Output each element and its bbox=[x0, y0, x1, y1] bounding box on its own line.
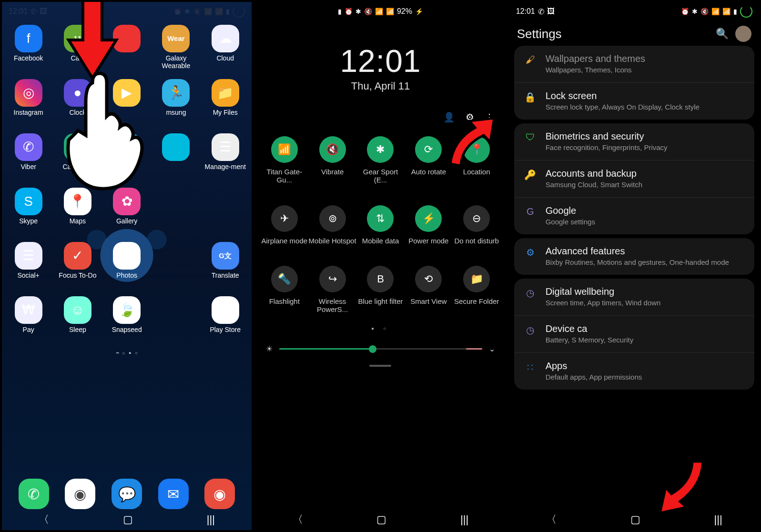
app-item[interactable]: ✆Viber bbox=[5, 133, 52, 179]
brightness-track[interactable] bbox=[279, 348, 482, 350]
app-item[interactable]: ₩Pay bbox=[5, 296, 52, 342]
qs-pager[interactable]: ● ○ bbox=[255, 326, 505, 331]
brightness-slider[interactable]: ☀ ⌄ bbox=[255, 331, 505, 353]
back-button[interactable]: 〈 bbox=[293, 512, 303, 527]
qs-toggle[interactable]: 📁Secure Folder bbox=[453, 266, 501, 314]
recent-button[interactable]: ||| bbox=[714, 513, 722, 526]
app-item[interactable]: ☺Sleep bbox=[54, 296, 101, 342]
user-icon[interactable]: 👤 bbox=[443, 111, 455, 123]
app-item[interactable]: 🏃msung bbox=[152, 79, 200, 125]
settings-gear-icon[interactable]: ⚙ bbox=[466, 111, 474, 123]
settings-row[interactable]: ⚙Advanced featuresBixby Routines, Motion… bbox=[514, 238, 754, 275]
settings-row[interactable]: 🔒Lock screenScreen lock type, Always On … bbox=[514, 82, 754, 120]
qs-toggle[interactable]: 📶Titan Gate-Gu... bbox=[260, 136, 308, 184]
app-item[interactable]: ▶Play Store bbox=[202, 296, 249, 342]
app-item[interactable]: G文Translate bbox=[202, 242, 249, 288]
back-button[interactable]: 〈 bbox=[39, 512, 49, 527]
app-icon: ◎ bbox=[15, 79, 42, 107]
recent-button[interactable]: ||| bbox=[207, 513, 215, 526]
home-button[interactable]: ▢ bbox=[376, 513, 386, 526]
qs-toggle[interactable]: 🔇Vibrate bbox=[308, 136, 356, 184]
home-button[interactable]: ▢ bbox=[630, 513, 640, 526]
settings-row[interactable]: 🖌Wallpapers and themesWallpapers, Themes… bbox=[514, 46, 754, 82]
settings-row[interactable]: 🛡Biometrics and securityFace recognition… bbox=[514, 123, 754, 160]
app-item[interactable] bbox=[152, 133, 200, 179]
qs-toggle[interactable]: ⇅Mobile data bbox=[356, 205, 405, 245]
qs-toggle-label: Smart View bbox=[405, 297, 453, 305]
app-item[interactable]: ●Clock bbox=[54, 79, 101, 125]
qs-clock: 12:01 Thu, April 11 bbox=[255, 43, 505, 92]
qs-toggle-icon: ⊚ bbox=[319, 205, 346, 232]
profile-avatar[interactable] bbox=[735, 26, 751, 42]
arrow-to-apps-overlay bbox=[649, 459, 707, 516]
more-menu-icon[interactable]: ⋮ bbox=[485, 111, 494, 123]
dock-app[interactable]: 💬 bbox=[112, 479, 142, 509]
app-item[interactable]: ✦Photos bbox=[103, 242, 151, 288]
settings-header: Settings 🔍 bbox=[509, 21, 759, 48]
app-item[interactable]: ±Calculator bbox=[54, 133, 101, 179]
app-item[interactable]: 🍃Snapseed bbox=[103, 296, 151, 342]
settings-row[interactable]: GGoogleGoogle settings bbox=[514, 197, 754, 234]
settings-row-subtitle: Screen lock type, Always On Display, Clo… bbox=[546, 103, 700, 111]
brightness-thumb[interactable] bbox=[369, 345, 376, 353]
search-icon[interactable]: 🔍 bbox=[716, 28, 729, 40]
dock-app[interactable]: ◉ bbox=[65, 479, 95, 509]
app-item[interactable]: ☰Manage-ment bbox=[202, 133, 249, 179]
recent-button[interactable]: ||| bbox=[460, 513, 468, 526]
page-indicator[interactable]: ━ ⌂ ● ○ bbox=[2, 351, 252, 355]
settings-row-title: Accounts and backup bbox=[546, 168, 642, 179]
qs-toggle-icon: 📍 bbox=[463, 136, 490, 163]
brightness-expand-icon[interactable]: ⌄ bbox=[489, 344, 495, 353]
qs-toggle-label: Vibrate bbox=[308, 168, 356, 176]
settings-row[interactable]: ◷Digital wellbeingScreen time, App timer… bbox=[514, 279, 754, 315]
dock-app[interactable]: ◉ bbox=[204, 479, 235, 509]
qs-toggle[interactable]: ⊚Mobile Hotspot bbox=[308, 205, 356, 245]
app-icon: 🍃 bbox=[113, 296, 141, 324]
qs-toggle[interactable]: ⟳Auto rotate bbox=[405, 136, 453, 184]
qs-toggle[interactable]: 🔦Flashlight bbox=[260, 266, 308, 314]
dock-app[interactable]: ✆ bbox=[19, 479, 49, 509]
app-item[interactable]: SSkype bbox=[5, 188, 52, 233]
app-item[interactable]: ☁Cloud bbox=[202, 25, 249, 70]
app-item[interactable]: ☰Social+ bbox=[5, 242, 52, 288]
panel-handle[interactable] bbox=[369, 365, 391, 367]
app-item[interactable]: 📍Maps bbox=[54, 188, 101, 233]
settings-group: ⚙Advanced featuresBixby Routines, Motion… bbox=[514, 238, 754, 275]
alarm-icon: ⏰ bbox=[345, 8, 353, 15]
settings-row[interactable]: 🔑Accounts and backupSamsung Cloud, Smart… bbox=[514, 160, 754, 197]
app-item[interactable]: WearGalaxy Wearable bbox=[152, 25, 200, 70]
qs-toggle[interactable]: ↪Wireless PowerS... bbox=[308, 266, 356, 314]
app-item[interactable]: 11Cale bbox=[54, 25, 101, 70]
qs-toggle-label: Titan Gate-Gu... bbox=[260, 168, 308, 184]
app-item[interactable] bbox=[103, 133, 151, 179]
app-item[interactable]: fFacebook bbox=[5, 25, 52, 70]
qs-toggle[interactable]: BBlue light filter bbox=[356, 266, 405, 314]
app-grid[interactable]: fFacebook11CaleWearGalaxy Wearable☁Cloud… bbox=[2, 21, 252, 342]
app-label: Gallery bbox=[116, 217, 137, 233]
qs-toggle[interactable]: ✈Airplane mode bbox=[260, 205, 308, 245]
settings-row[interactable]: ∷AppsDefault apps, App permissions bbox=[514, 352, 754, 390]
qs-toggle[interactable]: ✱Gear Sport (E... bbox=[356, 136, 405, 184]
qs-toggle[interactable]: ⊖Do not disturb bbox=[453, 205, 501, 245]
qs-toggle[interactable]: 📍Location bbox=[453, 136, 501, 184]
app-item[interactable]: ✿Gallery bbox=[103, 188, 151, 233]
settings-row-subtitle: Face recognition, Fingerprints, Privacy bbox=[546, 143, 668, 151]
back-button[interactable]: 〈 bbox=[546, 512, 557, 527]
app-item[interactable]: 📁My Files bbox=[202, 79, 249, 125]
qs-toggle-icon: ⟲ bbox=[415, 266, 442, 292]
app-item[interactable]: ◎Instagram bbox=[5, 79, 52, 125]
qs-toggle-icon: 📶 bbox=[271, 136, 298, 163]
app-item[interactable] bbox=[103, 25, 151, 70]
app-item[interactable]: ▶ bbox=[103, 79, 151, 125]
dock-app[interactable]: ✉ bbox=[158, 479, 189, 509]
image-status-icon: 🖼 bbox=[547, 7, 555, 16]
home-button[interactable]: ▢ bbox=[123, 513, 133, 526]
settings-list[interactable]: 🖌Wallpapers and themesWallpapers, Themes… bbox=[509, 46, 759, 390]
app-icon: ▶ bbox=[212, 296, 239, 324]
qs-toggle[interactable]: ⚡Power mode bbox=[405, 205, 453, 245]
settings-row-icon: G bbox=[524, 205, 537, 226]
app-item[interactable]: ✓Focus To-Do bbox=[54, 242, 101, 288]
qs-toggle[interactable]: ⟲Smart View bbox=[405, 266, 453, 314]
settings-row-title: Biometrics and security bbox=[546, 131, 668, 142]
settings-row[interactable]: ◷Device caBattery, S Memory, Security bbox=[514, 315, 754, 352]
